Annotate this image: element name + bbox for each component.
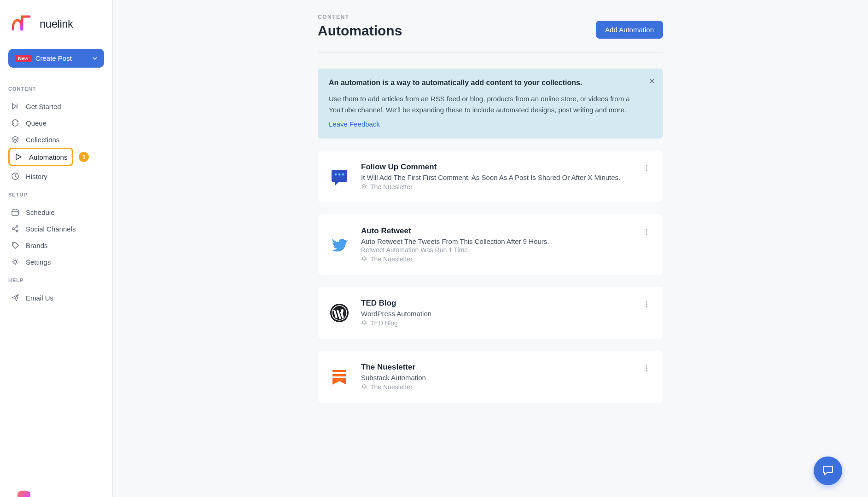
calendar-icon [11,208,19,216]
svg-rect-23 [332,374,346,376]
svg-point-4 [16,230,18,232]
nav-label: Brands [26,242,48,249]
card-collection[interactable]: The Nuesletter [361,183,630,191]
automation-card[interactable]: Auto Retweet Auto Retweet The Tweets Fro… [318,214,663,275]
card-description: WordPress Automation [361,310,630,318]
svg-rect-22 [332,370,346,372]
nav-social-channels[interactable]: Social Channels [8,220,104,237]
card-menu-button[interactable] [641,299,652,310]
add-automation-button[interactable]: Add Automation [596,21,663,39]
nav-label: Email Us [26,294,53,302]
sidebar: nuelink New Create Post CONTENT Get Star… [0,0,113,497]
nav-email-us[interactable]: Email Us [8,289,104,306]
sidebar-footer [8,479,104,492]
svg-point-24 [646,365,647,367]
play-skip-icon [11,102,19,110]
svg-point-6 [14,260,17,263]
svg-point-13 [646,170,647,171]
leave-feedback-link[interactable]: Leave Feedback [329,120,380,128]
create-post-label: Create Post [35,54,72,62]
nav-label: Social Channels [26,225,76,233]
svg-point-10 [342,173,344,175]
nav-automations[interactable]: Automations [8,148,73,166]
send-icon [11,294,19,302]
banner-title: An automation is a way to automatically … [329,79,652,87]
card-menu-button[interactable] [641,162,652,173]
substack-icon [329,366,350,387]
card-collection[interactable]: The Nuesletter [361,255,630,263]
automations-badge: 1 [79,152,89,162]
page-title: Automations [318,23,402,39]
share-icon [11,225,19,233]
card-menu-button[interactable] [641,363,652,374]
svg-point-16 [646,234,647,235]
nav-schedule[interactable]: Schedule [8,204,104,220]
card-menu-button[interactable] [641,226,652,237]
card-title: Follow Up Comment [361,162,630,172]
card-title: Auto Retweet [361,226,630,236]
close-icon[interactable]: ✕ [649,77,655,86]
svg-point-26 [646,370,647,371]
nav-label: Collections [26,136,59,144]
section-help: HELP [8,277,104,283]
logo-mark-icon [9,13,35,35]
page-kicker: CONTENT [318,14,402,20]
logo[interactable]: nuelink [8,13,104,35]
nav-get-started[interactable]: Get Started [8,98,104,115]
logo-text: nuelink [40,17,73,30]
svg-point-21 [646,306,647,307]
svg-point-3 [16,225,18,227]
card-collection[interactable]: TED Blog [361,319,630,327]
comment-icon [329,166,350,187]
card-description: Auto Retweet The Tweets From This Collec… [361,237,630,245]
section-content: CONTENT [8,86,104,92]
svg-point-9 [338,173,341,175]
automation-card[interactable]: The Nuesletter Substack Automation The N… [318,351,663,403]
refresh-icon [11,119,19,127]
section-setup: SETUP [8,192,104,197]
svg-point-8 [335,173,337,175]
twitter-icon [329,234,350,255]
nav-label: Automations [29,153,67,161]
play-icon [14,153,23,161]
svg-point-14 [646,229,647,231]
nav-collections[interactable]: Collections [8,131,104,148]
card-title: TED Blog [361,299,630,308]
card-collection[interactable]: The Nuesletter [361,383,630,391]
help-bubble-button[interactable] [814,457,842,485]
nav-label: History [26,173,47,180]
card-description: Substack Automation [361,374,630,381]
nav-queue[interactable]: Queue [8,115,104,131]
svg-point-15 [646,231,647,233]
svg-point-20 [646,304,647,305]
svg-point-5 [13,243,14,244]
nav-settings[interactable]: Settings [8,254,104,270]
main-content: CONTENT Automations Add Automation ✕ An … [113,0,868,497]
new-badge: New [15,55,32,62]
nav-label: Schedule [26,208,55,216]
chevron-down-icon [92,56,98,61]
automation-list: Follow Up Comment It Will Add The First … [318,150,663,403]
svg-point-2 [12,228,14,230]
svg-point-11 [646,165,647,167]
automation-card[interactable]: Follow Up Comment It Will Add The First … [318,150,663,202]
layers-icon [11,135,19,144]
svg-rect-1 [12,210,18,215]
card-title: The Nuesletter [361,363,630,372]
page-header: CONTENT Automations Add Automation [318,14,663,53]
nav-label: Get Started [26,103,61,110]
create-post-button[interactable]: New Create Post [8,49,104,68]
gear-icon [11,258,19,266]
user-avatar[interactable] [17,491,30,497]
svg-point-12 [646,168,647,169]
nav-history[interactable]: History [8,168,104,185]
tag-icon [11,241,19,249]
automation-card[interactable]: TED Blog WordPress Automation TED Blog [318,287,663,339]
card-meta: Retweet Automation Was Run 1 Time. [361,246,630,254]
svg-point-19 [646,301,647,303]
card-description: It Will Add The First First Comment, As … [361,173,630,181]
clock-icon [11,172,19,180]
nav-brands[interactable]: Brands [8,237,104,254]
banner-description: Use them to add articles from an RSS fee… [329,93,652,116]
wordpress-icon [329,302,350,324]
